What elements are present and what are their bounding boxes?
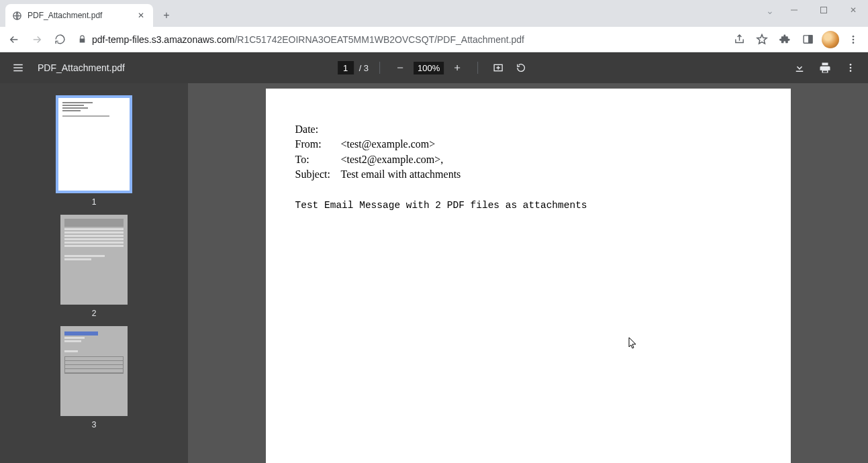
minimize-button[interactable]: [779, 0, 809, 20]
profile-avatar[interactable]: [820, 29, 841, 50]
tab-close-icon[interactable]: ✕: [136, 11, 146, 20]
lock-icon: [78, 35, 87, 44]
page-number-input[interactable]: [338, 61, 354, 74]
field-value-from: <test@example.com>: [341, 137, 436, 152]
browser-tab-strip: PDF_Attachment.pdf ✕ + ⌄ ✕: [0, 0, 868, 27]
chrome-menu-icon[interactable]: [842, 29, 864, 50]
pdf-toolbar: PDF_Attachment.pdf / 3 100%: [0, 52, 868, 83]
pdf-viewer-body: 1 2 3 Date: From:<test@example: [0, 83, 868, 463]
zoom-level: 100%: [414, 62, 444, 74]
field-value-to: <test2@example.com>,: [341, 152, 444, 167]
svg-point-19: [850, 67, 852, 69]
tab-title: PDF_Attachment.pdf: [28, 11, 130, 20]
download-button[interactable]: [790, 58, 809, 77]
field-label-to: To:: [295, 152, 334, 167]
svg-point-6: [853, 36, 855, 38]
more-menu-icon[interactable]: [841, 58, 860, 77]
page-view-area[interactable]: Date: From:<test@example.com> To:<test2@…: [188, 83, 868, 463]
toolbar-separator: [379, 62, 380, 74]
fit-page-button[interactable]: [489, 58, 508, 77]
svg-rect-2: [821, 7, 827, 13]
thumbnail-label: 2: [92, 309, 97, 318]
close-window-button[interactable]: ✕: [838, 0, 868, 20]
maximize-button[interactable]: [809, 0, 838, 20]
document-title: PDF_Attachment.pdf: [38, 62, 125, 73]
thumbnail-label: 1: [92, 197, 97, 207]
toolbar-separator: [477, 62, 478, 74]
zoom-out-button[interactable]: [391, 58, 409, 77]
print-button[interactable]: [816, 58, 834, 77]
thumbnail-3[interactable]: 3: [60, 326, 128, 429]
thumbnail-sidebar[interactable]: 1 2 3: [0, 83, 188, 463]
chevron-down-icon[interactable]: ⌄: [766, 5, 774, 16]
field-label-from: From:: [295, 137, 334, 152]
email-body-text: Test Email Message with 2 PDF files as a…: [295, 200, 761, 211]
zoom-in-button[interactable]: [448, 58, 467, 77]
field-label-subject: Subject:: [295, 167, 334, 182]
svg-point-7: [853, 38, 855, 40]
svg-point-18: [850, 64, 852, 66]
forward-button[interactable]: [27, 30, 47, 50]
rotate-button[interactable]: [512, 58, 530, 77]
thumbnail-1[interactable]: 1: [56, 95, 132, 207]
reload-button[interactable]: [50, 30, 70, 50]
thumbnail-label: 3: [92, 420, 97, 429]
field-label-date: Date:: [295, 122, 334, 137]
bookmark-star-icon[interactable]: [751, 29, 773, 50]
browser-tab[interactable]: PDF_Attachment.pdf ✕: [5, 4, 153, 27]
globe-icon: [12, 11, 22, 21]
url-text: pdf-temp-files.s3.amazonaws.com/R1C51742…: [92, 34, 524, 45]
field-value-subject: Test email with attachments: [341, 167, 461, 182]
menu-icon[interactable]: [8, 58, 28, 78]
svg-point-20: [850, 70, 852, 72]
address-bar[interactable]: pdf-temp-files.s3.amazonaws.com/R1C51742…: [73, 30, 722, 49]
pdf-page: Date: From:<test@example.com> To:<test2@…: [266, 89, 791, 463]
address-bar-row: pdf-temp-files.s3.amazonaws.com/R1C51742…: [0, 27, 868, 52]
window-controls: ✕: [779, 0, 868, 20]
svg-point-8: [853, 42, 855, 44]
page-total-label: / 3: [359, 63, 369, 73]
back-button[interactable]: [4, 30, 24, 50]
thumbnail-2[interactable]: 2: [60, 215, 128, 318]
new-tab-button[interactable]: +: [157, 6, 176, 25]
share-icon[interactable]: [728, 29, 750, 50]
svg-rect-5: [808, 36, 812, 43]
side-panel-icon[interactable]: [797, 29, 818, 50]
extensions-icon[interactable]: [774, 29, 795, 50]
